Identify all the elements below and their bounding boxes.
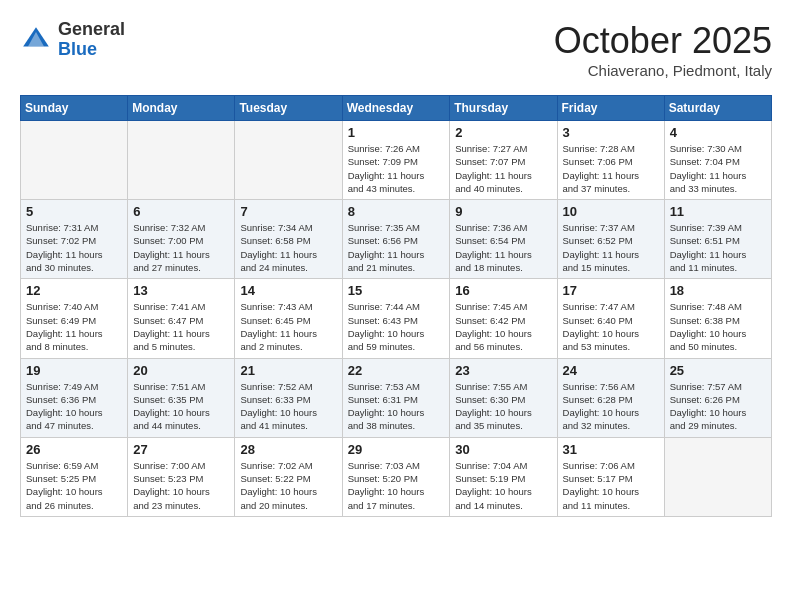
calendar-cell: 3Sunrise: 7:28 AM Sunset: 7:06 PM Daylig…	[557, 121, 664, 200]
day-info: Sunrise: 7:03 AM Sunset: 5:20 PM Dayligh…	[348, 459, 445, 512]
day-number: 13	[133, 283, 229, 298]
week-row-5: 26Sunrise: 6:59 AM Sunset: 5:25 PM Dayli…	[21, 437, 772, 516]
day-number: 10	[563, 204, 659, 219]
day-number: 20	[133, 363, 229, 378]
day-number: 2	[455, 125, 551, 140]
day-number: 30	[455, 442, 551, 457]
day-number: 9	[455, 204, 551, 219]
day-number: 6	[133, 204, 229, 219]
day-number: 4	[670, 125, 766, 140]
day-info: Sunrise: 7:44 AM Sunset: 6:43 PM Dayligh…	[348, 300, 445, 353]
day-info: Sunrise: 7:02 AM Sunset: 5:22 PM Dayligh…	[240, 459, 336, 512]
calendar-cell: 25Sunrise: 7:57 AM Sunset: 6:26 PM Dayli…	[664, 358, 771, 437]
day-number: 21	[240, 363, 336, 378]
calendar-cell: 6Sunrise: 7:32 AM Sunset: 7:00 PM Daylig…	[128, 200, 235, 279]
day-number: 31	[563, 442, 659, 457]
day-number: 26	[26, 442, 122, 457]
calendar-cell: 20Sunrise: 7:51 AM Sunset: 6:35 PM Dayli…	[128, 358, 235, 437]
calendar-table: SundayMondayTuesdayWednesdayThursdayFrid…	[20, 95, 772, 517]
day-info: Sunrise: 7:00 AM Sunset: 5:23 PM Dayligh…	[133, 459, 229, 512]
day-number: 15	[348, 283, 445, 298]
day-info: Sunrise: 7:31 AM Sunset: 7:02 PM Dayligh…	[26, 221, 122, 274]
day-number: 1	[348, 125, 445, 140]
day-info: Sunrise: 7:32 AM Sunset: 7:00 PM Dayligh…	[133, 221, 229, 274]
calendar-cell: 16Sunrise: 7:45 AM Sunset: 6:42 PM Dayli…	[450, 279, 557, 358]
weekday-header-monday: Monday	[128, 96, 235, 121]
day-info: Sunrise: 7:26 AM Sunset: 7:09 PM Dayligh…	[348, 142, 445, 195]
week-row-3: 12Sunrise: 7:40 AM Sunset: 6:49 PM Dayli…	[21, 279, 772, 358]
logo-general-text: General	[58, 20, 125, 40]
logo-icon	[20, 24, 52, 56]
day-info: Sunrise: 6:59 AM Sunset: 5:25 PM Dayligh…	[26, 459, 122, 512]
day-info: Sunrise: 7:47 AM Sunset: 6:40 PM Dayligh…	[563, 300, 659, 353]
weekday-header-wednesday: Wednesday	[342, 96, 450, 121]
day-info: Sunrise: 7:56 AM Sunset: 6:28 PM Dayligh…	[563, 380, 659, 433]
day-number: 5	[26, 204, 122, 219]
day-number: 24	[563, 363, 659, 378]
month-title: October 2025	[554, 20, 772, 62]
calendar-cell: 29Sunrise: 7:03 AM Sunset: 5:20 PM Dayli…	[342, 437, 450, 516]
calendar-cell: 9Sunrise: 7:36 AM Sunset: 6:54 PM Daylig…	[450, 200, 557, 279]
day-number: 19	[26, 363, 122, 378]
calendar-cell	[21, 121, 128, 200]
day-info: Sunrise: 7:28 AM Sunset: 7:06 PM Dayligh…	[563, 142, 659, 195]
calendar-cell	[128, 121, 235, 200]
logo-blue-text: Blue	[58, 40, 125, 60]
day-info: Sunrise: 7:39 AM Sunset: 6:51 PM Dayligh…	[670, 221, 766, 274]
day-number: 25	[670, 363, 766, 378]
day-number: 17	[563, 283, 659, 298]
calendar-cell: 24Sunrise: 7:56 AM Sunset: 6:28 PM Dayli…	[557, 358, 664, 437]
calendar-cell: 11Sunrise: 7:39 AM Sunset: 6:51 PM Dayli…	[664, 200, 771, 279]
calendar-cell: 28Sunrise: 7:02 AM Sunset: 5:22 PM Dayli…	[235, 437, 342, 516]
day-number: 11	[670, 204, 766, 219]
calendar-cell: 22Sunrise: 7:53 AM Sunset: 6:31 PM Dayli…	[342, 358, 450, 437]
day-number: 27	[133, 442, 229, 457]
day-info: Sunrise: 7:40 AM Sunset: 6:49 PM Dayligh…	[26, 300, 122, 353]
calendar-cell: 30Sunrise: 7:04 AM Sunset: 5:19 PM Dayli…	[450, 437, 557, 516]
calendar-cell: 31Sunrise: 7:06 AM Sunset: 5:17 PM Dayli…	[557, 437, 664, 516]
day-info: Sunrise: 7:37 AM Sunset: 6:52 PM Dayligh…	[563, 221, 659, 274]
day-number: 3	[563, 125, 659, 140]
day-info: Sunrise: 7:43 AM Sunset: 6:45 PM Dayligh…	[240, 300, 336, 353]
day-info: Sunrise: 7:41 AM Sunset: 6:47 PM Dayligh…	[133, 300, 229, 353]
day-info: Sunrise: 7:55 AM Sunset: 6:30 PM Dayligh…	[455, 380, 551, 433]
calendar-cell: 8Sunrise: 7:35 AM Sunset: 6:56 PM Daylig…	[342, 200, 450, 279]
weekday-header-saturday: Saturday	[664, 96, 771, 121]
calendar-cell: 15Sunrise: 7:44 AM Sunset: 6:43 PM Dayli…	[342, 279, 450, 358]
calendar-cell: 2Sunrise: 7:27 AM Sunset: 7:07 PM Daylig…	[450, 121, 557, 200]
calendar-cell: 10Sunrise: 7:37 AM Sunset: 6:52 PM Dayli…	[557, 200, 664, 279]
calendar-cell: 19Sunrise: 7:49 AM Sunset: 6:36 PM Dayli…	[21, 358, 128, 437]
day-number: 7	[240, 204, 336, 219]
weekday-header-friday: Friday	[557, 96, 664, 121]
day-info: Sunrise: 7:48 AM Sunset: 6:38 PM Dayligh…	[670, 300, 766, 353]
weekday-header-thursday: Thursday	[450, 96, 557, 121]
location-subtitle: Chiaverano, Piedmont, Italy	[554, 62, 772, 79]
day-info: Sunrise: 7:45 AM Sunset: 6:42 PM Dayligh…	[455, 300, 551, 353]
day-info: Sunrise: 7:04 AM Sunset: 5:19 PM Dayligh…	[455, 459, 551, 512]
day-number: 14	[240, 283, 336, 298]
week-row-1: 1Sunrise: 7:26 AM Sunset: 7:09 PM Daylig…	[21, 121, 772, 200]
day-number: 16	[455, 283, 551, 298]
day-info: Sunrise: 7:36 AM Sunset: 6:54 PM Dayligh…	[455, 221, 551, 274]
calendar-cell: 7Sunrise: 7:34 AM Sunset: 6:58 PM Daylig…	[235, 200, 342, 279]
logo: General Blue	[20, 20, 125, 60]
title-block: October 2025 Chiaverano, Piedmont, Italy	[554, 20, 772, 79]
day-info: Sunrise: 7:06 AM Sunset: 5:17 PM Dayligh…	[563, 459, 659, 512]
calendar-cell: 21Sunrise: 7:52 AM Sunset: 6:33 PM Dayli…	[235, 358, 342, 437]
day-info: Sunrise: 7:57 AM Sunset: 6:26 PM Dayligh…	[670, 380, 766, 433]
day-info: Sunrise: 7:49 AM Sunset: 6:36 PM Dayligh…	[26, 380, 122, 433]
day-number: 12	[26, 283, 122, 298]
week-row-4: 19Sunrise: 7:49 AM Sunset: 6:36 PM Dayli…	[21, 358, 772, 437]
day-number: 28	[240, 442, 336, 457]
weekday-header-row: SundayMondayTuesdayWednesdayThursdayFrid…	[21, 96, 772, 121]
calendar-cell: 13Sunrise: 7:41 AM Sunset: 6:47 PM Dayli…	[128, 279, 235, 358]
day-number: 29	[348, 442, 445, 457]
weekday-header-tuesday: Tuesday	[235, 96, 342, 121]
weekday-header-sunday: Sunday	[21, 96, 128, 121]
day-info: Sunrise: 7:53 AM Sunset: 6:31 PM Dayligh…	[348, 380, 445, 433]
calendar-cell: 14Sunrise: 7:43 AM Sunset: 6:45 PM Dayli…	[235, 279, 342, 358]
day-info: Sunrise: 7:51 AM Sunset: 6:35 PM Dayligh…	[133, 380, 229, 433]
calendar-cell: 4Sunrise: 7:30 AM Sunset: 7:04 PM Daylig…	[664, 121, 771, 200]
calendar-cell: 17Sunrise: 7:47 AM Sunset: 6:40 PM Dayli…	[557, 279, 664, 358]
week-row-2: 5Sunrise: 7:31 AM Sunset: 7:02 PM Daylig…	[21, 200, 772, 279]
